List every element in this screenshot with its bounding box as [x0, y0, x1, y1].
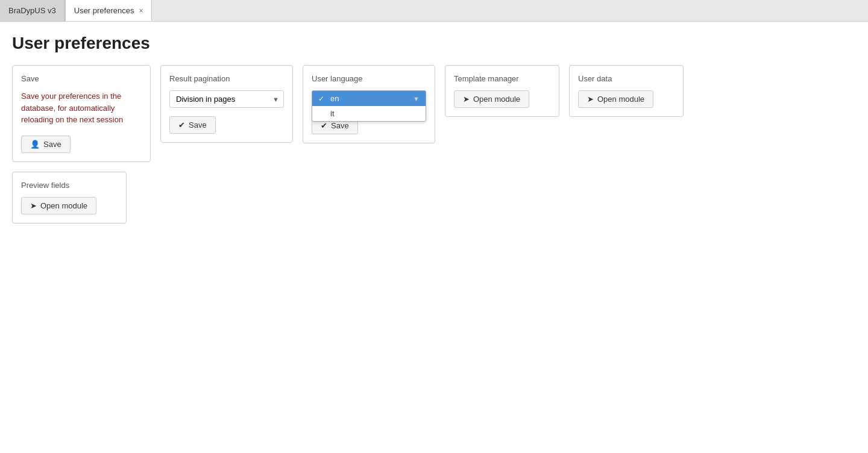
- pagination-save-button[interactable]: ✔ Save: [169, 116, 216, 134]
- user-data-button-label: Open module: [597, 95, 644, 104]
- check-mark-en: ✓: [318, 95, 327, 103]
- close-icon[interactable]: ×: [139, 7, 143, 14]
- card-user-data: User data ➤ Open module: [569, 65, 684, 117]
- pagination-card-title: Result pagination: [169, 74, 284, 83]
- pagination-select-wrapper: Division in pages All results ▼: [169, 90, 284, 108]
- language-option-en[interactable]: ✓ en ▼: [312, 91, 426, 106]
- check-icon: ✔: [178, 120, 185, 130]
- pagination-select[interactable]: Division in pages All results: [169, 90, 284, 108]
- save-card-title: Save: [21, 74, 142, 83]
- arrow-right-icon: ➤: [463, 95, 470, 104]
- card-template-manager: Template manager ➤ Open module: [445, 65, 559, 117]
- language-dropdown-open[interactable]: ✓ en ▼ it: [312, 90, 426, 122]
- pagination-save-label: Save: [189, 120, 207, 130]
- preview-fields-card-title: Preview fields: [21, 181, 118, 190]
- save-button[interactable]: 👤 Save: [21, 136, 71, 153]
- language-label-en: en: [330, 94, 339, 103]
- save-button-label: Save: [43, 140, 61, 149]
- card-save: Save Save your preferences in the databa…: [12, 65, 151, 162]
- language-option-it[interactable]: it: [312, 106, 426, 121]
- cards-row-2: Preview fields ➤ Open module: [12, 172, 856, 223]
- card-preview-fields: Preview fields ➤ Open module: [12, 172, 127, 223]
- page-content: User preferences Save Save your preferen…: [0, 22, 868, 236]
- user-data-open-button[interactable]: ➤ Open module: [578, 90, 653, 108]
- tab-bar: BraDypUS v3 User preferences ×: [0, 0, 868, 22]
- cards-row-1: Save Save your preferences in the databa…: [12, 65, 856, 162]
- preview-fields-open-button[interactable]: ➤ Open module: [21, 197, 96, 214]
- card-pagination: Result pagination Division in pages All …: [160, 65, 293, 143]
- arrow-right-icon-user: ➤: [587, 95, 594, 104]
- template-manager-card-title: Template manager: [454, 74, 550, 83]
- app-tab-label: BraDypUS v3: [8, 6, 56, 15]
- preview-fields-button-label: Open module: [40, 201, 87, 210]
- language-label-it: it: [330, 109, 335, 118]
- preferences-tab-label: User preferences: [74, 6, 134, 15]
- language-save-label: Save: [331, 121, 349, 130]
- dropdown-arrow-icon: ▼: [413, 95, 420, 102]
- language-card-title: User language: [312, 74, 426, 83]
- tab-preferences[interactable]: User preferences ×: [65, 0, 153, 21]
- check-icon-lang: ✔: [321, 121, 327, 130]
- page-title: User preferences: [12, 34, 856, 53]
- tab-app[interactable]: BraDypUS v3: [0, 0, 65, 21]
- save-description: Save your preferences in the database, f…: [21, 90, 142, 126]
- card-language: User language ✓ en ▼ it: [303, 65, 435, 143]
- save-icon: 👤: [30, 140, 40, 149]
- template-manager-open-button[interactable]: ➤ Open module: [454, 90, 529, 108]
- user-data-card-title: User data: [578, 74, 675, 83]
- arrow-right-icon-preview: ➤: [30, 201, 37, 210]
- template-manager-button-label: Open module: [473, 95, 520, 104]
